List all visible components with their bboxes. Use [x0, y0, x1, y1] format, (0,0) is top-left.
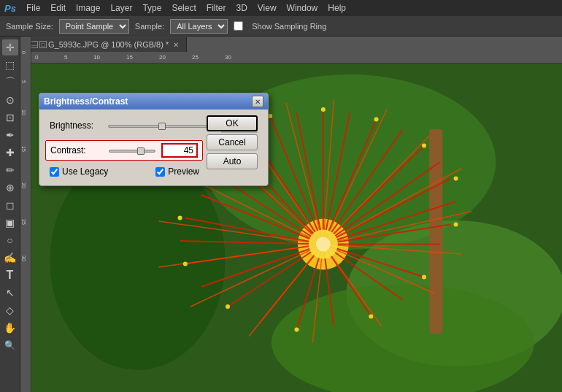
canvas-area: — □ G_5993c.JPG @ 100% (RGB/8) * ✕ 0 5 1… [20, 36, 562, 392]
contrast-slider-container [109, 148, 155, 153]
auto-button[interactable]: Auto [207, 153, 258, 169]
photo-background: Brightness/Contrast ✕ Brightness: [31, 64, 562, 392]
contrast-thumb[interactable] [137, 147, 145, 155]
svg-point-58 [454, 223, 458, 227]
sample-size-label: Sample Size: [6, 22, 53, 31]
use-legacy-label: Use Legacy [62, 166, 108, 177]
menu-3d[interactable]: 3D [231, 1, 251, 15]
menu-help[interactable]: Help [323, 1, 350, 15]
sample-size-select[interactable]: Point Sample [59, 19, 129, 34]
menu-window[interactable]: Window [282, 1, 323, 15]
tool-quick-select[interactable]: ⊙ [2, 92, 18, 108]
brightness-thumb[interactable] [158, 123, 166, 130]
tool-pen[interactable]: ✍ [2, 250, 18, 266]
brightness-track[interactable] [108, 125, 215, 128]
tab-bar: — □ G_5993c.JPG @ 100% (RGB/8) * ✕ [20, 36, 562, 53]
menu-filter[interactable]: Filter [202, 1, 231, 15]
menu-select[interactable]: Select [167, 1, 200, 15]
tool-crop[interactable]: ⊡ [2, 109, 18, 126]
preview-label: Preview [168, 166, 199, 177]
menu-file[interactable]: File [22, 1, 45, 15]
menu-type[interactable]: Type [138, 1, 166, 15]
menu-bar: Ps File Edit Image Layer Type Select Fil… [0, 0, 562, 16]
brightness-slider-container [108, 123, 215, 128]
menu-layer[interactable]: Layer [106, 1, 136, 15]
svg-point-62 [226, 304, 230, 309]
contrast-row: Contrast: [45, 140, 203, 161]
tool-clone[interactable]: ⊕ [2, 180, 18, 196]
tab-maximize-btn[interactable]: □ [39, 41, 47, 48]
sample-layers-select[interactable]: All Layers [170, 19, 228, 34]
checkbox-row: Use Legacy Preview [50, 166, 199, 177]
svg-point-59 [422, 275, 426, 280]
brightness-contrast-dialog: Brightness/Contrast ✕ Brightness: [39, 93, 269, 186]
svg-point-57 [454, 177, 458, 181]
tool-path-select[interactable]: ↖ [2, 285, 18, 301]
cancel-button[interactable]: Cancel [207, 134, 258, 150]
ruler-vertical: 0 5 10 15 20 25 30 [20, 36, 31, 392]
canvas-content: Brightness/Contrast ✕ Brightness: [31, 64, 562, 392]
tool-shape[interactable]: ◇ [2, 302, 18, 318]
contrast-label: Contrast: [50, 145, 109, 155]
tool-lasso[interactable]: ⌒ [2, 74, 18, 91]
toolbar: ✛ ⬚ ⌒ ⊙ ⊡ ✒ ✚ ✏ ⊕ ◻ ▣ ○ ✍ T ↖ ◇ ✋ 🔍 [0, 36, 20, 392]
dialog-buttons: OK Cancel Auto [207, 115, 258, 169]
tool-dodge[interactable]: ○ [2, 232, 18, 248]
use-legacy-item: Use Legacy [50, 166, 108, 177]
tool-gradient[interactable]: ▣ [2, 215, 18, 231]
tool-marquee[interactable]: ⬚ [2, 57, 18, 73]
tab-close-btn[interactable]: ✕ [173, 41, 179, 49]
ok-button[interactable]: OK [207, 115, 258, 131]
svg-point-55 [374, 118, 379, 122]
main-layout: ✛ ⬚ ⌒ ⊙ ⊡ ✒ ✚ ✏ ⊕ ◻ ▣ ○ ✍ T ↖ ◇ ✋ 🔍 — □ … [0, 36, 562, 392]
svg-point-56 [422, 144, 426, 148]
dialog-close-button[interactable]: ✕ [252, 96, 263, 107]
app-logo: Ps [3, 1, 18, 15]
preview-item: Preview [155, 166, 199, 177]
tool-text[interactable]: T [2, 267, 18, 283]
svg-point-60 [369, 315, 373, 319]
tab-title: G_5993c.JPG @ 100% (RGB/8) * [48, 40, 169, 49]
tool-move[interactable]: ✛ [2, 39, 18, 55]
menu-image[interactable]: Image [72, 1, 104, 15]
contrast-input[interactable] [161, 143, 198, 158]
ruler-horizontal: 0 5 10 15 20 25 30 [20, 53, 562, 64]
menu-view[interactable]: View [253, 1, 281, 15]
contrast-track[interactable] [109, 150, 155, 153]
dialog-title: Brightness/Contrast [44, 96, 128, 107]
svg-point-63 [183, 262, 188, 266]
tool-hand[interactable]: ✋ [2, 320, 18, 336]
use-legacy-checkbox[interactable] [50, 167, 59, 177]
options-bar: Sample Size: Point Sample Sample: All La… [0, 16, 562, 36]
svg-point-53 [268, 114, 272, 118]
dialog-title-bar: Brightness/Contrast ✕ [39, 93, 268, 109]
sample-label: Sample: [135, 22, 164, 31]
document-tab[interactable]: — □ G_5993c.JPG @ 100% (RGB/8) * ✕ [23, 37, 187, 52]
svg-rect-5 [429, 129, 442, 334]
brightness-label: Brightness: [50, 120, 108, 131]
show-ring-label: Show Sampling Ring [252, 22, 326, 31]
tool-eraser[interactable]: ◻ [2, 197, 18, 213]
preview-checkbox[interactable] [155, 167, 165, 177]
tab-minimize-btn[interactable]: — [31, 41, 38, 48]
svg-point-61 [295, 328, 299, 332]
tool-eyedropper[interactable]: ✒ [2, 127, 18, 143]
svg-point-54 [321, 107, 326, 112]
tool-zoom[interactable]: 🔍 [2, 337, 18, 353]
svg-point-64 [178, 216, 182, 220]
show-ring-checkbox[interactable] [234, 21, 243, 31]
tool-brush[interactable]: ✏ [2, 162, 18, 178]
tool-healing[interactable]: ✚ [2, 145, 18, 161]
menu-edit[interactable]: Edit [46, 1, 70, 15]
svg-point-67 [316, 237, 331, 252]
